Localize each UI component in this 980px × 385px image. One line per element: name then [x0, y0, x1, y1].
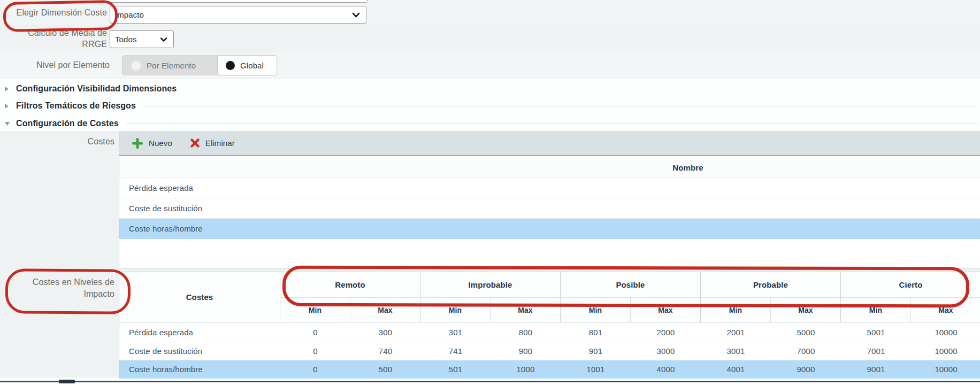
impact-value-cell[interactable]: 10000 [911, 322, 980, 342]
impact-value-cell[interactable]: 3000 [631, 342, 701, 360]
radio-unselected-icon [131, 60, 141, 71]
toggle-option-por-elemento-label: Por Elemento [147, 61, 196, 70]
impact-value-cell[interactable]: 10000 [911, 360, 980, 379]
impact-row-name[interactable]: Pérdida esperada [119, 322, 280, 342]
impact-value-cell[interactable]: 741 [420, 342, 491, 360]
impact-value-cell[interactable]: 740 [350, 342, 420, 360]
impact-level-header: Probable [701, 272, 841, 298]
toggle-option-global[interactable]: Global [217, 55, 277, 75]
cost-configuration-screen: Elegir Dimensión Coste Cálculo de Media … [0, 0, 980, 385]
cost-list-header-nombre: Nombre [672, 163, 703, 172]
nivel-toggle: Por Elemento Global [122, 55, 278, 75]
impact-value-cell[interactable]: 10000 [911, 342, 980, 360]
accordion-rule [184, 89, 978, 89]
impact-value-cell[interactable]: 7000 [771, 342, 841, 360]
impact-value-cell[interactable]: 5001 [841, 322, 911, 342]
impact-value-cell[interactable]: 500 [350, 360, 420, 379]
cost-list-row-name: Coste horas/hombre [129, 224, 203, 233]
x-icon [190, 138, 200, 148]
impact-value-cell[interactable]: 800 [491, 322, 561, 342]
impact-value-cell[interactable]: 5000 [771, 322, 841, 342]
triangle-down-icon [0, 121, 16, 126]
impact-value-cell[interactable]: 3001 [701, 342, 771, 360]
dimension-select-value: Impacto [115, 10, 144, 19]
cost-list-row[interactable]: Pérdida esperada [119, 178, 980, 198]
plus-icon [132, 138, 143, 149]
minmax-header: Min [701, 298, 771, 322]
accordion-rule [143, 106, 978, 106]
minmax-header: Max [631, 298, 701, 322]
costes-label: Costes [0, 137, 114, 147]
impact-value-cell[interactable]: 0 [280, 360, 350, 379]
triangle-right-icon [0, 103, 16, 109]
media-rrge-label-line1: Cálculo de Media de [28, 28, 107, 37]
impact-value-cell[interactable]: 900 [491, 342, 561, 360]
impact-costs-table: CostesRemotoImprobablePosibleProbableCie… [119, 272, 980, 379]
impact-level-header: Posible [561, 272, 701, 298]
minmax-header: Min [280, 298, 350, 322]
impact-level-header: Remoto [280, 272, 420, 298]
media-rrge-select[interactable]: Todos [110, 30, 174, 48]
impact-value-cell[interactable]: 801 [561, 322, 631, 342]
radio-selected-icon [226, 61, 235, 70]
impact-value-cell[interactable]: 0 [280, 322, 350, 342]
toggle-option-por-elemento[interactable]: Por Elemento [122, 55, 218, 75]
cost-list: Pérdida esperadaCoste de sustituciónCost… [119, 178, 980, 239]
impact-value-cell[interactable]: 2001 [701, 322, 771, 342]
impact-costs-label: Costes en Niveles de Impacto [0, 276, 114, 300]
impact-value-cell[interactable]: 1001 [561, 360, 631, 379]
impact-level-header: Cierto [841, 272, 980, 298]
minmax-header: Min [561, 298, 631, 322]
cost-list-header: Nombre [119, 157, 980, 178]
impact-value-cell[interactable]: 7001 [841, 342, 911, 360]
impact-value-cell[interactable]: 501 [420, 360, 491, 379]
accordion-visibilidad-dimensiones[interactable]: Configuración Visibilidad Dimensiones [0, 80, 980, 97]
scrollbar-thumb[interactable] [59, 380, 75, 383]
minmax-header: Max [491, 298, 561, 322]
left-gutter [0, 131, 119, 378]
minmax-header: Min [420, 298, 491, 322]
delete-button[interactable]: Eliminar [190, 138, 235, 148]
nivel-label: Nivel por Elemento [0, 60, 110, 70]
triangle-right-icon [0, 86, 16, 92]
media-rrge-label-line2: RRGE [82, 40, 107, 49]
impact-value-cell[interactable]: 9000 [771, 360, 841, 379]
impact-value-cell[interactable]: 9001 [841, 360, 911, 379]
impact-value-cell[interactable]: 301 [420, 322, 491, 342]
impact-costs-label-line1: Costes en Niveles de [33, 278, 114, 287]
impact-value-cell[interactable]: 300 [350, 322, 420, 342]
impact-row-name[interactable]: Coste horas/hombre [119, 360, 280, 379]
chevron-down-icon [160, 37, 167, 42]
toggle-option-global-label: Global [240, 61, 264, 70]
minmax-header: Min [841, 298, 911, 322]
accordion-title: Configuración Visibilidad Dimensiones [16, 84, 177, 94]
impact-costs-label-line2: Impacto [83, 289, 114, 298]
chevron-down-icon [352, 12, 360, 18]
dimension-select[interactable]: Impacto [110, 6, 366, 24]
impact-value-cell[interactable]: 4001 [701, 360, 771, 379]
impact-value-cell[interactable]: 0 [280, 342, 350, 360]
window-bottom-border [0, 381, 980, 382]
media-rrge-select-value: Todos [115, 35, 137, 44]
cost-list-row-name: Pérdida esperada [129, 183, 193, 192]
minmax-header: Max [350, 298, 420, 322]
accordion-configuracion-costes[interactable]: Configuración de Costes [0, 115, 980, 132]
impact-value-cell[interactable]: 901 [561, 342, 631, 360]
cost-list-row-name: Coste de sustitución [129, 204, 202, 213]
cost-list-row[interactable]: Coste de sustitución [119, 198, 980, 219]
cost-list-row[interactable]: Coste horas/hombre [119, 219, 980, 239]
impact-level-header: Improbable [420, 272, 561, 298]
impact-value-cell[interactable]: 4000 [631, 360, 701, 379]
accordion-rule [126, 124, 978, 124]
costes-panel: Nuevo Eliminar Nombre Pérdida esperadaCo… [119, 131, 980, 268]
impact-value-cell[interactable]: 1000 [491, 360, 561, 379]
new-button[interactable]: Nuevo [132, 138, 172, 149]
accordion-area: Configuración Visibilidad Dimensiones Fi… [0, 79, 980, 131]
costes-toolbar: Nuevo Eliminar [119, 131, 980, 156]
impact-row-name[interactable]: Coste de sustitución [119, 342, 280, 360]
impact-value-cell[interactable]: 2000 [631, 322, 701, 342]
accordion-filtros-tematicos[interactable]: Filtros Temáticos de Riesgos [0, 97, 980, 114]
cutoff-control-remnant[interactable] [110, 0, 368, 3]
new-button-label: Nuevo [149, 138, 172, 148]
minmax-header: Max [771, 298, 841, 322]
